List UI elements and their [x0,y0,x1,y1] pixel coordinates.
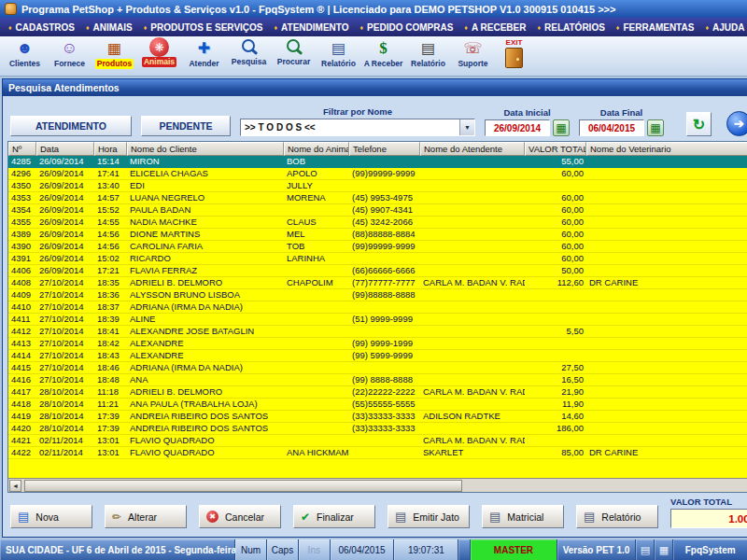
table-row[interactable]: 4416 27/10/2014 18:48 ANA (99) 8888-8888… [8,374,747,386]
table-row[interactable]: 4350 26/09/2014 13:40 EDI JULLY [8,180,747,192]
status-time: 19:07:31 [394,539,458,560]
dropdown-arrow-icon[interactable] [459,119,474,135]
table-row[interactable]: 4411 27/10/2014 18:39 ALINE (51) 9999-99… [8,314,747,326]
table-row[interactable]: 4408 27/10/2014 18:35 ADRIELI B. DELMORO… [8,277,747,289]
filter-name-dropdown[interactable]: >> T O D O S << [240,119,475,136]
table-row[interactable]: 4418 28/10/2014 11:21 ANA PAULA (TRABALH… [8,399,747,411]
menu-item[interactable]: ATENDIMENTO [269,20,355,35]
calendar-start-icon[interactable] [553,119,570,136]
footer-button[interactable]: Nova [10,505,92,528]
table-row[interactable]: 4409 27/10/2014 18:36 ALYSSON BRUNO LISB… [8,289,747,301]
table-row[interactable]: 4389 26/09/2014 14:56 DIONE MARTINS MEL … [8,229,747,241]
cell-animal [284,411,349,422]
toolbar-button-label: Atender [187,59,220,69]
table-row[interactable]: 4390 26/09/2014 14:56 CAROLINA FARIA TOB… [8,241,747,253]
cell-cliente: NADIA MACHKE [127,217,284,228]
cell-valor-total: 60,00 [525,217,586,228]
cell-veterinario [586,156,747,167]
footer-button[interactable]: Cancelar [199,505,281,528]
cell-cliente: RICARDO [127,253,284,264]
table-row[interactable]: 4353 26/09/2014 14:57 LUANA NEGRELO MORE… [8,192,747,204]
cell-animal [284,362,349,373]
table-row[interactable]: 4414 27/10/2014 18:43 ALEXANDRE (99) 599… [8,350,747,362]
cell-numero: 4411 [8,314,36,325]
toolbar-button[interactable]: Suporte [452,37,494,75]
cell-telefone: (66)66666-6666 [349,265,420,276]
toolbar-button[interactable]: Procurar [273,37,315,75]
horizontal-scroll-thumb[interactable] [24,480,462,492]
table-row[interactable]: 4420 28/10/2014 17:39 ANDREIA RIBEIRO DO… [8,423,747,435]
cell-hora: 17:21 [94,265,127,276]
footer-button[interactable]: Finalizar [293,505,375,528]
finalize-icon [301,511,310,524]
calendar-end-icon[interactable] [647,119,664,136]
table-row[interactable]: 4412 27/10/2014 18:41 ALEXANDRE JOSE BAT… [8,326,747,338]
cell-valor-total [525,289,586,301]
toolbar-button[interactable]: Relatório [317,37,359,75]
cell-telefone: (33)33333-3333 [349,423,420,434]
date-end-input[interactable] [579,119,644,136]
date-start-input[interactable] [485,119,550,136]
horizontal-scrollbar[interactable]: ◄ ► [8,478,747,492]
cell-veterinario [586,253,747,264]
toolbar-button[interactable]: Pesquisa [228,37,270,75]
col-header-veterinario: Nome do Veterinario [586,142,747,156]
cell-veterinario [586,386,747,398]
table-row[interactable]: 4391 26/09/2014 15:02 RICARDO LARINHA 60… [8,253,747,265]
table-row[interactable]: 4355 26/09/2014 14:55 NADIA MACHKE CLAUS… [8,217,747,229]
menu-item[interactable]: PEDIDO COMPRAS [355,20,459,35]
cell-atendente [420,265,525,276]
cell-animal: BOB [284,156,349,167]
cell-atendente [420,399,525,410]
footer-button[interactable]: Alterar [105,505,187,528]
print-icon [584,510,595,524]
cell-veterinario: DR CARINE [586,447,747,458]
menu-item[interactable]: A RECEBER [458,20,531,35]
cell-telefone [349,362,420,373]
cell-hora: 11:21 [94,399,127,410]
menu-item[interactable]: ANIMAIS [80,20,138,35]
menu-item[interactable]: PRODUTOS E SERVIÇOS [138,20,269,35]
toolbar-button[interactable]: Atender [183,37,225,75]
table-row[interactable]: 4296 26/09/2014 17:41 ELICELIA CHAGAS AP… [8,168,747,180]
table-row[interactable]: 4413 27/10/2014 18:42 ALEXANDRE (99) 999… [8,338,747,350]
toolbar-button[interactable]: Relatório [407,37,449,75]
footer-button[interactable]: Relatório [576,505,658,528]
tab-pendente[interactable]: PENDENTE [141,116,231,136]
cell-telefone: (55)55555-5555 [349,399,420,410]
cell-atendente [420,326,525,337]
table-row[interactable]: 4417 28/10/2014 11:18 ADRIELI B. DELMORO… [8,386,747,399]
table-row[interactable]: 4422 02/11/2014 13:01 FLAVIO QUADRADO AN… [8,447,747,459]
table-row[interactable]: 4415 27/10/2014 18:46 ADRIANA (IRMA DA N… [8,362,747,374]
toolbar-button[interactable]: A Receber [362,37,404,75]
menu-item-icon [275,21,278,33]
toolbar-button[interactable]: Animais [138,37,180,75]
menu-item[interactable]: FERRAMENTAS [611,20,700,35]
menu-item[interactable]: RELATÓRIOS [531,20,610,35]
cell-numero: 4419 [8,411,36,422]
table-row[interactable]: 4285 26/09/2014 15:14 MIRON BOB 55,00 [8,156,747,168]
toolbar-button[interactable]: Fornece [49,37,91,75]
table-row[interactable]: 4354 26/09/2014 15:52 PAULA BADAN (45) 9… [8,204,747,217]
total-label: VALOR TOTAL [670,497,747,507]
scroll-left-icon[interactable]: ◄ [9,480,21,492]
menu-item[interactable]: CADASTROS [3,20,80,35]
table-row[interactable]: 4406 26/09/2014 17:21 FLAVIA FERRAZ (66)… [8,265,747,277]
footer-button[interactable]: Emitir Jato [388,505,470,528]
cell-valor-total: 21,90 [525,386,586,398]
go-button[interactable] [726,111,747,136]
footer-button[interactable]: Matricial [482,505,564,528]
menu-item[interactable]: AJUDA [699,20,747,35]
exit-button[interactable]: EXIT [505,37,523,68]
refresh-button[interactable] [686,112,712,136]
toolbar-button[interactable]: Produtos [93,37,135,75]
table-row[interactable]: 4410 27/10/2014 18:37 ADRIANA (IRMA DA N… [8,301,747,314]
tab-atendimento[interactable]: ATENDIMENTO [10,116,132,136]
table-row[interactable]: 4421 02/11/2014 13:01 FLAVIO QUADRADO CA… [8,435,747,447]
cell-hora: 15:52 [94,204,127,216]
date-start-group: Data Inicial [485,107,570,136]
table-row[interactable]: 4419 28/10/2014 17:39 ANDREIA RIBEIRO DO… [8,411,747,423]
find-icon [284,37,303,57]
cell-atendente [420,338,525,349]
toolbar-button[interactable]: Clientes [4,37,46,75]
